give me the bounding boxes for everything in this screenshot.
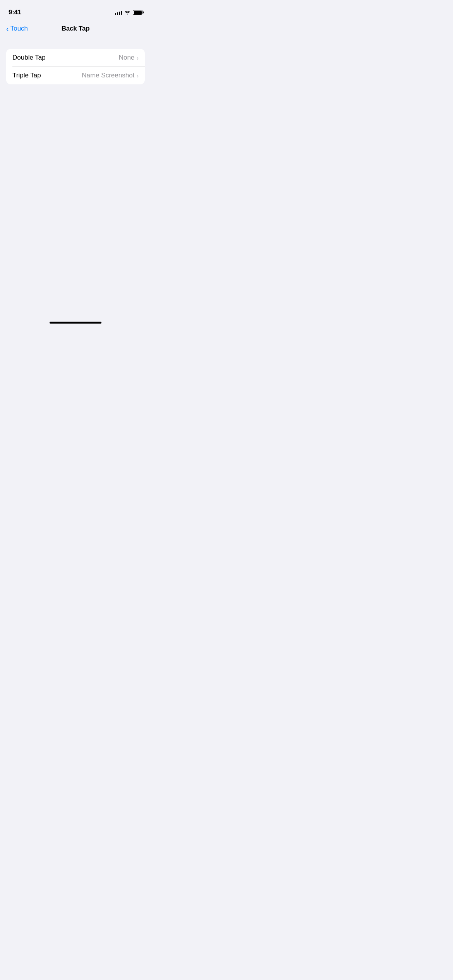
- triple-tap-value: Name Screenshot: [82, 72, 134, 79]
- main-content: Double Tap None › Triple Tap Name Screen…: [0, 38, 151, 84]
- status-icons: [115, 10, 142, 15]
- signal-bars-icon: [115, 10, 122, 15]
- double-tap-label: Double Tap: [12, 54, 46, 62]
- double-tap-chevron-icon: ›: [137, 55, 139, 61]
- triple-tap-label: Triple Tap: [12, 72, 41, 79]
- wifi-icon: [124, 10, 130, 15]
- home-indicator: [50, 322, 101, 324]
- status-bar: 9:41: [0, 0, 151, 19]
- triple-tap-value-container: Name Screenshot ›: [82, 72, 139, 79]
- double-tap-value-container: None ›: [119, 54, 139, 62]
- status-time: 9:41: [9, 9, 21, 16]
- double-tap-value: None: [119, 54, 135, 62]
- signal-bar-2: [117, 12, 118, 15]
- signal-bar-4: [121, 11, 122, 15]
- signal-bar-3: [119, 12, 120, 15]
- back-button-label: Touch: [10, 25, 28, 33]
- nav-bar: ‹ Touch Back Tap: [0, 19, 151, 38]
- settings-card: Double Tap None › Triple Tap Name Screen…: [6, 49, 145, 84]
- back-button[interactable]: ‹ Touch: [6, 25, 28, 33]
- double-tap-row[interactable]: Double Tap None ›: [6, 49, 145, 67]
- triple-tap-chevron-icon: ›: [137, 73, 139, 79]
- battery-fill: [134, 11, 142, 14]
- nav-title: Back Tap: [62, 25, 90, 33]
- triple-tap-row[interactable]: Triple Tap Name Screenshot ›: [6, 67, 145, 84]
- battery-icon: [133, 10, 142, 15]
- back-chevron-icon: ‹: [6, 25, 9, 33]
- signal-bar-1: [115, 13, 116, 15]
